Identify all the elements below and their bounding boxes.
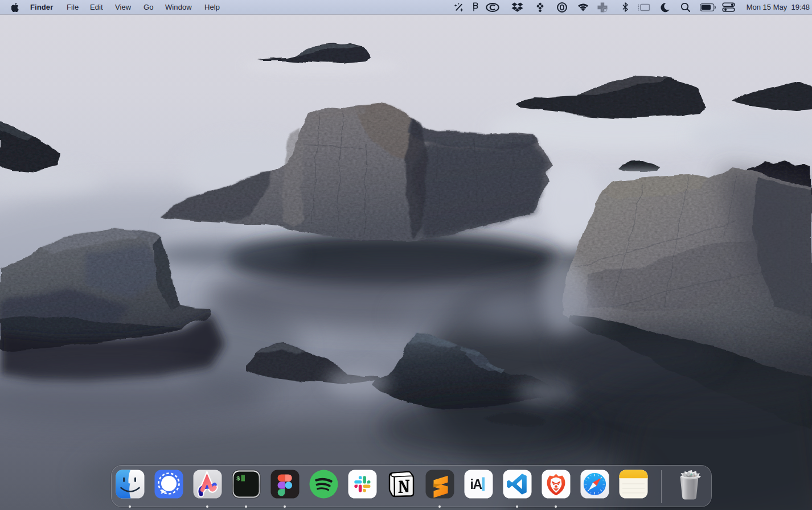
svg-text:iA: iA	[470, 477, 482, 492]
svg-text:$: $	[236, 475, 240, 482]
